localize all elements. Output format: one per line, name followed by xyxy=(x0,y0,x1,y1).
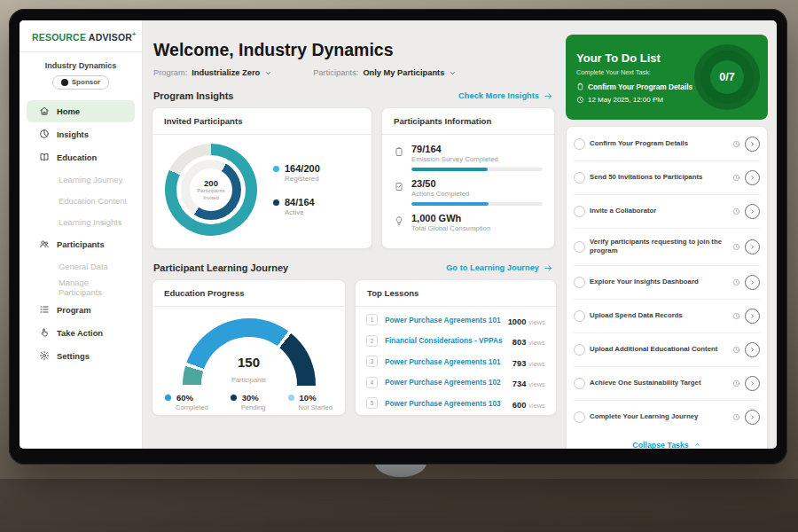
info-value: 79/164 xyxy=(411,144,543,154)
sidebar-item-learning-journey[interactable]: Learning Journey xyxy=(27,169,135,190)
lesson-link[interactable]: Financial Considerations - VPPAs xyxy=(385,336,505,345)
todo-task-list: Confirm Your Program DetailsSend 50 Invi… xyxy=(574,128,760,434)
sidebar-item-education-content[interactable]: Education Content xyxy=(27,191,135,211)
todo-column: Your To Do List Complete Your Next Task:… xyxy=(564,20,777,449)
clock-icon xyxy=(732,413,740,421)
participants-information-body: 79/164Emission Survey Completed23/50Acti… xyxy=(382,135,554,247)
task-row-upload-spend-data-records: Upload Spend Data Records xyxy=(574,299,760,332)
insights-icon xyxy=(39,129,50,139)
legend-dot-icon xyxy=(273,166,279,172)
brand-secondary: ADVISOR xyxy=(89,32,132,43)
task-checkbox[interactable] xyxy=(574,172,585,184)
program-filter[interactable]: Program: Industrialize Zero xyxy=(153,68,272,77)
task-checkbox[interactable] xyxy=(574,378,585,389)
todo-title: Your To Do List xyxy=(576,51,692,65)
participants-filter-value: Only My Participants xyxy=(363,68,444,77)
info-value: 1,000 GWh xyxy=(411,213,543,223)
info-label: Actions Completed xyxy=(411,190,543,198)
arrow-right-icon xyxy=(544,91,553,101)
sidebar-item-general-data[interactable]: General Data xyxy=(27,256,135,277)
lesson-rank: 2 xyxy=(366,335,378,347)
task-row-verify-participants-requesting-to-join-the-program: Verify participants requesting to join t… xyxy=(574,228,760,265)
chevron-up-icon xyxy=(693,441,701,449)
legend-dot-icon xyxy=(165,395,171,401)
sidebar-item-education[interactable]: Education xyxy=(27,146,135,168)
lesson-link[interactable]: Power Purchase Agreements 103 xyxy=(385,399,505,408)
progress-bar-fill xyxy=(411,202,489,206)
task-open-button[interactable] xyxy=(745,309,760,324)
task-open-button[interactable] xyxy=(745,342,760,357)
task-row-invite-a-collaborator: Invite a Collaborator xyxy=(574,194,760,228)
invited-participants-card: Invited Participants 200 Participants In… xyxy=(152,107,372,249)
progress-bar-track xyxy=(411,168,543,171)
task-open-button[interactable] xyxy=(745,204,760,219)
collapse-tasks-link[interactable]: Collapse Tasks xyxy=(574,434,760,449)
sidebar-item-settings[interactable]: Settings xyxy=(27,345,135,367)
program-filter-label: Program: xyxy=(153,68,187,77)
todo-progress-counter: 0/7 xyxy=(710,60,744,94)
sidebar-item-label: Take Action xyxy=(57,328,103,338)
gauge-center-value: 150 xyxy=(183,355,316,370)
gauge-center-label: 150 Participants xyxy=(183,355,316,386)
sidebar-item-label: Home xyxy=(57,106,80,116)
task-label: Upload Additional Educational Content xyxy=(590,345,728,354)
section-title-program-insights: Program Insights xyxy=(153,90,233,101)
task-checkbox[interactable] xyxy=(574,277,585,288)
sidebar-item-take-action[interactable]: Take Action xyxy=(27,322,135,344)
clock-icon xyxy=(576,96,584,104)
task-checkbox[interactable] xyxy=(574,411,585,423)
chevron-right-icon xyxy=(748,413,756,421)
todo-subtitle: Complete Your Next Task: xyxy=(576,68,692,76)
check-more-insights-link[interactable]: Check More Insights xyxy=(458,91,553,101)
task-open-button[interactable] xyxy=(745,376,760,391)
sidebar-item-label: Learning Journey xyxy=(59,175,122,184)
task-checkbox[interactable] xyxy=(574,344,585,356)
photo-background: RESOURCE ADVISOR+ Industry Dynamics Spon… xyxy=(0,0,798,532)
clock-icon xyxy=(732,140,740,148)
program-icon xyxy=(39,304,50,315)
sidebar-item-label: Program xyxy=(57,305,91,315)
sidebar-item-label: General Data xyxy=(59,262,108,271)
section-title-learning-journey: Participant Learning Journey xyxy=(153,262,288,273)
gauge-legend-value: 30% xyxy=(242,393,259,403)
lesson-views-suffix: views xyxy=(528,360,544,368)
top-lessons-list: 1Power Purchase Agreements 1011000views2… xyxy=(356,307,556,417)
task-checkbox[interactable] xyxy=(574,241,585,253)
sidebar-item-insights[interactable]: Insights xyxy=(27,123,135,145)
task-label: Send 50 Invitations to Participants xyxy=(590,173,728,182)
sidebar-item-program[interactable]: Program xyxy=(27,299,135,321)
todo-due-label: 12 May 2025, 12:00 PM xyxy=(588,96,663,104)
sidebar-item-label: Manage Participants xyxy=(59,278,128,297)
arrow-right-icon xyxy=(544,263,553,273)
gauge-legend-label: Completed xyxy=(176,403,208,411)
education-progress-gauge: 150 Participants xyxy=(183,318,316,386)
task-open-button[interactable] xyxy=(745,410,760,425)
go-to-learning-journey-link[interactable]: Go to Learning Journey xyxy=(446,263,553,273)
lesson-link[interactable]: Power Purchase Agreements 101 xyxy=(385,316,501,325)
sponsor-badge: Sponsor xyxy=(52,75,109,90)
task-checkbox[interactable] xyxy=(574,206,585,217)
sidebar-item-learning-insights[interactable]: Learning Insights xyxy=(27,212,135,232)
lesson-link[interactable]: Power Purchase Agreements 102 xyxy=(385,378,505,387)
donut-legend-value: 164/200 xyxy=(285,163,320,174)
task-open-button[interactable] xyxy=(745,137,760,152)
gauge-legend-item: 60%Completed xyxy=(165,393,208,411)
sidebar-item-participants[interactable]: Participants xyxy=(27,233,135,255)
check-more-insights-label: Check More Insights xyxy=(458,91,539,100)
lesson-link[interactable]: Power Purchase Agreements 101 xyxy=(385,357,505,366)
task-checkbox[interactable] xyxy=(574,310,585,322)
sidebar-item-manage-participants[interactable]: Manage Participants xyxy=(27,278,135,298)
task-row-explore-your-insights-dashboard: Explore Your Insights Dashboard xyxy=(574,265,760,299)
task-checkbox[interactable] xyxy=(574,138,585,150)
sidebar-item-home[interactable]: Home xyxy=(27,100,135,122)
lesson-row: 4Power Purchase Agreements 102734views xyxy=(366,372,545,394)
clock-icon xyxy=(732,278,740,286)
legend-dot-icon xyxy=(273,200,279,206)
participants-filter[interactable]: Participants: Only My Participants xyxy=(313,68,457,77)
task-open-button[interactable] xyxy=(745,170,760,185)
task-open-button[interactable] xyxy=(745,275,760,290)
gauge-legend-row: 10% xyxy=(288,393,332,403)
task-open-button[interactable] xyxy=(745,239,760,254)
task-label: Achieve One Sustainability Target xyxy=(590,379,728,387)
chevron-right-icon xyxy=(748,346,756,354)
